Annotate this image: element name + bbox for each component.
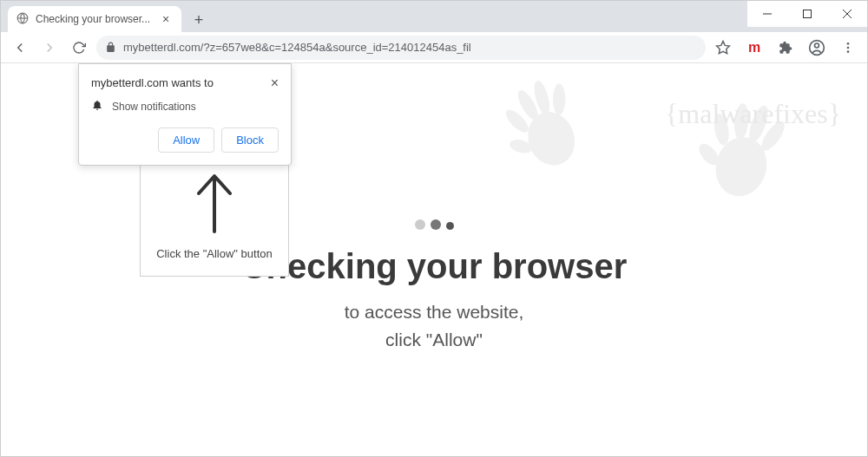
handprint-decoration [479,63,613,191]
lock-icon [105,42,116,53]
loading-dots [1,219,867,230]
forward-button[interactable] [37,36,62,60]
tab-close-button[interactable]: × [159,12,173,26]
subtitle-line-1: to access the website, [1,298,867,326]
extensions-icon[interactable] [773,36,798,60]
checking-subtitle: to access the website, click "Allow" [1,298,867,353]
checking-title: Checking your browser [1,247,867,286]
main-text-block: Checking your browser to access the webs… [1,219,867,353]
svg-point-8 [815,43,819,48]
address-bar[interactable]: mybetterdl.com/?z=657we8&c=124854a&sourc… [96,36,706,60]
window-controls [747,1,867,27]
subtitle-line-2: click "Allow" [1,326,867,354]
bell-icon [91,99,103,114]
bookmark-star-icon[interactable] [711,36,735,60]
notification-domain-text: mybetterdl.com wants to [91,76,214,89]
tab-title: Checking your browser... [36,13,152,25]
arrow-up-icon [194,173,235,237]
watermark-text: {malwarefixes} [665,98,841,130]
svg-rect-1 [804,10,812,18]
notification-close-button[interactable]: × [271,76,279,90]
svg-point-9 [847,42,850,45]
tab-bar: Checking your browser... × + [1,1,867,32]
notification-popup: mybetterdl.com wants to × Show notificat… [78,63,292,166]
url-text: mybetterdl.com/?z=657we8&c=124854a&sourc… [123,41,697,54]
menu-dots-icon[interactable] [836,36,860,60]
allow-button[interactable]: Allow [158,127,214,153]
page-content: {malwarefixes} mybetterdl.com wants to ×… [1,63,867,456]
browser-toolbar: mybetterdl.com/?z=657we8&c=124854a&sourc… [1,32,867,63]
globe-icon [16,12,29,27]
svg-point-16 [553,83,565,114]
minimize-button[interactable] [747,1,787,27]
allow-box-text: Click the "Allow" button [156,247,273,260]
back-button[interactable] [8,36,32,60]
maximize-button[interactable] [787,1,827,27]
extension-m-icon[interactable]: m [742,36,766,60]
toolbar-right: m [711,36,860,60]
svg-point-11 [847,50,850,53]
close-window-button[interactable] [827,1,867,27]
browser-tab[interactable]: Checking your browser... × [8,6,181,32]
profile-icon[interactable] [805,36,829,60]
new-tab-button[interactable]: + [187,8,211,32]
notification-body-text: Show notifications [112,101,196,113]
block-button[interactable]: Block [221,127,279,153]
click-allow-box: Click the "Allow" button [140,155,289,277]
reload-button[interactable] [67,36,91,60]
svg-point-10 [847,46,850,49]
svg-marker-6 [717,41,730,53]
